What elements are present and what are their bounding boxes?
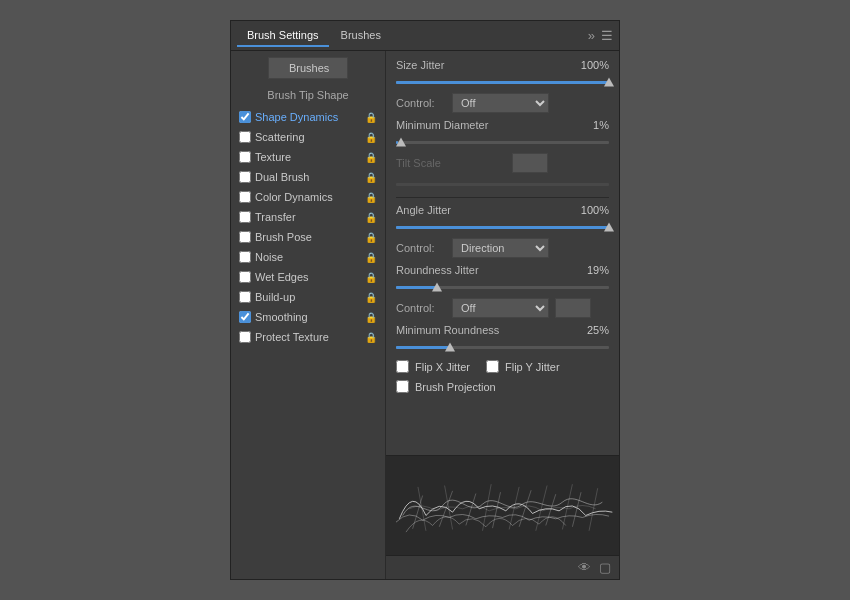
roundness-jitter-value: 19% bbox=[573, 264, 609, 276]
lock-icon-2: 🔒 bbox=[365, 132, 377, 143]
scattering-label: Scattering bbox=[255, 131, 361, 143]
roundness-jitter-row: Roundness Jitter 19% bbox=[396, 264, 609, 276]
scattering-checkbox[interactable] bbox=[239, 131, 251, 143]
smoothing-label: Smoothing bbox=[255, 311, 361, 323]
flip-y-row: Flip Y Jitter bbox=[486, 360, 560, 373]
lock-icon-6: 🔒 bbox=[365, 212, 377, 223]
min-diameter-label: Minimum Diameter bbox=[396, 119, 506, 131]
flip-x-row: Flip X Jitter bbox=[396, 360, 470, 373]
transfer-label: Transfer bbox=[255, 211, 361, 223]
sidebar-item-scattering[interactable]: Scattering 🔒 bbox=[231, 127, 385, 147]
expand-icon[interactable]: » bbox=[588, 28, 595, 43]
angle-jitter-value: 100% bbox=[573, 204, 609, 216]
lock-icon-8: 🔒 bbox=[365, 252, 377, 263]
tilt-scale-row: Tilt Scale bbox=[396, 153, 609, 173]
texture-label: Texture bbox=[255, 151, 361, 163]
build-up-checkbox[interactable] bbox=[239, 291, 251, 303]
sidebar-item-color-dynamics[interactable]: Color Dynamics 🔒 bbox=[231, 187, 385, 207]
sidebar-item-brush-pose[interactable]: Brush Pose 🔒 bbox=[231, 227, 385, 247]
brush-projection-row: Brush Projection bbox=[396, 380, 609, 393]
control1-label: Control: bbox=[396, 97, 446, 109]
control2-select[interactable]: Off Fade Pen Pressure Direction Pen Tilt bbox=[452, 238, 549, 258]
sidebar-item-shape-dynamics[interactable]: Shape Dynamics 🔒 bbox=[231, 107, 385, 127]
shape-dynamics-label: Shape Dynamics bbox=[255, 111, 361, 123]
size-jitter-value: 100% bbox=[573, 59, 609, 71]
sidebar-item-noise[interactable]: Noise 🔒 bbox=[231, 247, 385, 267]
eye-icon[interactable]: 👁 bbox=[578, 560, 591, 575]
min-roundness-value: 25% bbox=[573, 324, 609, 336]
flip-y-checkbox[interactable] bbox=[486, 360, 499, 373]
build-up-label: Build-up bbox=[255, 291, 361, 303]
sidebar-item-wet-edges[interactable]: Wet Edges 🔒 bbox=[231, 267, 385, 287]
brush-pose-label: Brush Pose bbox=[255, 231, 361, 243]
main-content: Size Jitter 100% Control: Off bbox=[386, 51, 619, 455]
wet-edges-label: Wet Edges bbox=[255, 271, 361, 283]
size-jitter-row: Size Jitter 100% bbox=[396, 59, 609, 71]
size-jitter-slider[interactable] bbox=[396, 75, 609, 89]
reset-icon[interactable]: ▢ bbox=[599, 560, 611, 575]
preview-svg bbox=[386, 456, 619, 555]
smoothing-checkbox[interactable] bbox=[239, 311, 251, 323]
sidebar-item-smoothing[interactable]: Smoothing 🔒 bbox=[231, 307, 385, 327]
brush-tip-shape-label: Brush Tip Shape bbox=[231, 87, 385, 103]
texture-checkbox[interactable] bbox=[239, 151, 251, 163]
min-diameter-value: 1% bbox=[573, 119, 609, 131]
tilt-scale-label: Tilt Scale bbox=[396, 157, 506, 169]
dual-brush-label: Dual Brush bbox=[255, 171, 361, 183]
sidebar-item-texture[interactable]: Texture 🔒 bbox=[231, 147, 385, 167]
lock-icon-11: 🔒 bbox=[365, 312, 377, 323]
angle-jitter-label: Angle Jitter bbox=[396, 204, 506, 216]
roundness-jitter-slider-row bbox=[396, 280, 609, 294]
protect-texture-checkbox[interactable] bbox=[239, 331, 251, 343]
flip-y-label: Flip Y Jitter bbox=[505, 361, 560, 373]
size-jitter-label: Size Jitter bbox=[396, 59, 506, 71]
control3-input[interactable] bbox=[555, 298, 591, 318]
sidebar-item-protect-texture[interactable]: Protect Texture 🔒 bbox=[231, 327, 385, 347]
flip-x-checkbox[interactable] bbox=[396, 360, 409, 373]
min-roundness-row: Minimum Roundness 25% bbox=[396, 324, 609, 336]
min-diameter-row: Minimum Diameter 1% bbox=[396, 119, 609, 131]
angle-jitter-control-row: Control: Off Fade Pen Pressure Direction… bbox=[396, 238, 609, 258]
sidebar: Brushes Brush Tip Shape Shape Dynamics 🔒… bbox=[231, 51, 386, 579]
wet-edges-checkbox[interactable] bbox=[239, 271, 251, 283]
color-dynamics-label: Color Dynamics bbox=[255, 191, 361, 203]
sidebar-item-build-up[interactable]: Build-up 🔒 bbox=[231, 287, 385, 307]
brush-preview bbox=[386, 455, 619, 555]
angle-jitter-slider-row bbox=[396, 220, 609, 234]
sidebar-item-dual-brush[interactable]: Dual Brush 🔒 bbox=[231, 167, 385, 187]
brush-settings-panel: Brush Settings Brushes » ☰ Brushes Brush… bbox=[230, 20, 620, 580]
brush-projection-checkbox[interactable] bbox=[396, 380, 409, 393]
angle-jitter-slider[interactable] bbox=[396, 220, 609, 234]
angle-jitter-row: Angle Jitter 100% bbox=[396, 204, 609, 216]
header-icons: » ☰ bbox=[588, 28, 613, 43]
menu-icon[interactable]: ☰ bbox=[601, 28, 613, 43]
roundness-jitter-label: Roundness Jitter bbox=[396, 264, 506, 276]
roundness-jitter-slider[interactable] bbox=[396, 280, 609, 294]
control2-label: Control: bbox=[396, 242, 446, 254]
sidebar-item-transfer[interactable]: Transfer 🔒 bbox=[231, 207, 385, 227]
transfer-checkbox[interactable] bbox=[239, 211, 251, 223]
panel-footer: 👁 ▢ bbox=[386, 555, 619, 579]
color-dynamics-checkbox[interactable] bbox=[239, 191, 251, 203]
min-roundness-slider-row bbox=[396, 340, 609, 354]
brush-pose-checkbox[interactable] bbox=[239, 231, 251, 243]
noise-checkbox[interactable] bbox=[239, 251, 251, 263]
min-diameter-slider[interactable] bbox=[396, 135, 609, 149]
brushes-button[interactable]: Brushes bbox=[268, 57, 348, 79]
lock-icon: 🔒 bbox=[365, 112, 377, 123]
tab-brush-settings[interactable]: Brush Settings bbox=[237, 25, 329, 47]
lock-icon-4: 🔒 bbox=[365, 172, 377, 183]
control3-select[interactable]: Off Fade Pen Pressure bbox=[452, 298, 549, 318]
min-diameter-slider-row bbox=[396, 135, 609, 149]
tilt-scale-slider bbox=[396, 177, 609, 191]
dual-brush-checkbox[interactable] bbox=[239, 171, 251, 183]
tab-brushes[interactable]: Brushes bbox=[331, 25, 391, 47]
shape-dynamics-checkbox[interactable] bbox=[239, 111, 251, 123]
min-roundness-slider[interactable] bbox=[396, 340, 609, 354]
lock-icon-7: 🔒 bbox=[365, 232, 377, 243]
size-jitter-control-row: Control: Off Fade Pen Pressure Pen Tilt … bbox=[396, 93, 609, 113]
control1-select[interactable]: Off Fade Pen Pressure Pen Tilt Direction bbox=[452, 93, 549, 113]
protect-texture-label: Protect Texture bbox=[255, 331, 361, 343]
size-jitter-slider-row bbox=[396, 75, 609, 89]
noise-label: Noise bbox=[255, 251, 361, 263]
